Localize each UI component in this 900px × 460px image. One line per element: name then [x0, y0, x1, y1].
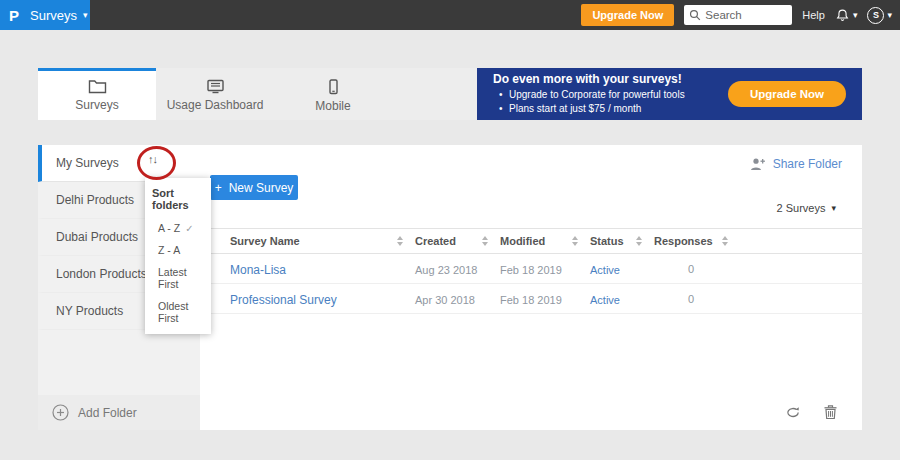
modified-date: Feb 18 2019	[500, 264, 562, 276]
sort-arrows-icon	[482, 236, 488, 246]
status-badge[interactable]: Active	[590, 264, 620, 276]
table-row: Mona-Lisa Aug 23 2018 Feb 18 2019 Active…	[200, 254, 862, 284]
tab-label: Usage Dashboard	[167, 98, 264, 112]
help-link[interactable]: Help	[802, 9, 825, 21]
chevron-down-icon: ▾	[83, 11, 88, 20]
tab-label: Mobile	[315, 99, 350, 113]
sort-option-label: Z - A	[158, 244, 180, 256]
status-badge[interactable]: Active	[590, 294, 620, 306]
tab-strip: Surveys Usage Dashboard Mobile	[38, 68, 477, 120]
promo-text: Do even more with your surveys! Upgrade …	[477, 72, 685, 117]
folder-label: NY Products	[56, 304, 123, 318]
promo-bullet: Plans start at just $75 / month	[493, 102, 685, 117]
search-box[interactable]	[684, 5, 792, 25]
folder-label: Dubai Products	[56, 230, 138, 244]
proprofs-logo-icon: P	[9, 7, 19, 24]
header-status[interactable]: Status	[590, 235, 654, 247]
sort-arrows-icon	[397, 236, 403, 246]
card-actions	[785, 404, 838, 420]
header-label: Modified	[500, 235, 545, 247]
tab-mobile[interactable]: Mobile	[274, 68, 392, 120]
plus-icon: +	[215, 181, 222, 195]
avatar: S	[867, 7, 884, 24]
check-icon: ✓	[185, 223, 193, 234]
promo-bullet-list: Upgrade to Corporate for powerful tools …	[493, 88, 685, 117]
chevron-down-icon: ▾	[831, 204, 836, 213]
table-row: Professional Survey Apr 30 2018 Feb 18 2…	[200, 284, 862, 314]
mobile-icon	[324, 79, 343, 95]
add-folder-label: Add Folder	[78, 406, 137, 420]
tab-usage-dashboard[interactable]: Usage Dashboard	[156, 68, 274, 120]
sort-menu-title: Sort folders	[145, 185, 211, 217]
created-date: Aug 23 2018	[415, 264, 477, 276]
trash-icon[interactable]	[823, 404, 838, 420]
tab-label: Surveys	[75, 98, 118, 112]
modified-date: Feb 18 2019	[500, 294, 562, 306]
sort-arrows-icon	[722, 236, 728, 246]
survey-count-dropdown[interactable]: 2 Surveys ▾	[777, 202, 836, 214]
folder-icon	[88, 79, 107, 94]
header-modified[interactable]: Modified	[500, 235, 590, 247]
promo-title: Do even more with your surveys!	[493, 72, 685, 86]
surveys-panel: My Surveys Delhi Products Dubai Products…	[38, 145, 862, 430]
header-label: Status	[590, 235, 624, 247]
search-icon	[689, 9, 701, 21]
folder-label: London Products	[56, 267, 147, 281]
surveys-page: P Surveys ▾ Upgrade Now Help ▾	[0, 0, 900, 460]
survey-name-link[interactable]: Mona-Lisa	[230, 263, 286, 277]
sidebar-item-my-surveys[interactable]: My Surveys	[38, 145, 200, 182]
search-input[interactable]	[705, 9, 785, 21]
bell-icon	[835, 8, 850, 23]
sort-folders-menu: Sort folders A - Z ✓ Z - A Latest First …	[145, 178, 211, 334]
dashboard-icon	[206, 79, 225, 94]
upgrade-now-button[interactable]: Upgrade Now	[581, 4, 674, 26]
share-folder-button[interactable]: Share Folder	[749, 157, 842, 171]
sort-option-oldest-first[interactable]: Oldest First	[145, 295, 211, 329]
header-responses[interactable]: Responses	[654, 235, 740, 247]
responses-count: 0	[654, 263, 740, 275]
sort-arrows-icon	[572, 236, 578, 246]
surveys-table: Survey Name Created Modified Status Resp…	[200, 228, 862, 314]
share-person-icon	[749, 157, 766, 171]
header-survey-name[interactable]: Survey Name	[230, 235, 415, 247]
tab-surveys[interactable]: Surveys	[38, 68, 156, 120]
chevron-down-icon: ▾	[887, 11, 892, 20]
app-switcher-label: Surveys	[30, 8, 77, 23]
banner-upgrade-button[interactable]: Upgrade Now	[728, 81, 846, 107]
sort-option-label: A - Z	[158, 222, 180, 234]
sort-option-label: Latest First	[158, 266, 205, 290]
promo-banner: Do even more with your surveys! Upgrade …	[477, 68, 862, 120]
promo-bullet: Upgrade to Corporate for powerful tools	[493, 88, 685, 103]
table-header-row: Survey Name Created Modified Status Resp…	[200, 228, 862, 254]
sort-option-z-a[interactable]: Z - A	[145, 239, 211, 261]
header-created[interactable]: Created	[415, 235, 500, 247]
brand-block: P Surveys ▾	[0, 0, 90, 30]
app-switcher-menu[interactable]: Surveys ▾	[30, 8, 88, 23]
plus-circle-icon	[52, 404, 69, 421]
created-date: Apr 30 2018	[415, 294, 475, 306]
new-survey-label: New Survey	[229, 181, 294, 195]
top-bar-right: Upgrade Now Help ▾ S ▾	[581, 4, 900, 26]
header-label: Responses	[654, 235, 713, 247]
sort-option-latest-first[interactable]: Latest First	[145, 261, 211, 295]
restore-icon[interactable]	[785, 406, 801, 419]
tab-band: Surveys Usage Dashboard Mobile	[38, 68, 862, 120]
folder-label: Delhi Products	[56, 193, 134, 207]
chevron-down-icon: ▾	[853, 11, 858, 20]
header-label: Survey Name	[230, 235, 300, 247]
add-folder-button[interactable]: Add Folder	[38, 395, 200, 430]
sort-arrows-icon	[636, 236, 642, 246]
folder-label: My Surveys	[56, 156, 119, 170]
header-label: Created	[415, 235, 456, 247]
survey-name-link[interactable]: Professional Survey	[230, 293, 337, 307]
account-menu[interactable]: S ▾	[867, 7, 892, 24]
top-bar: P Surveys ▾ Upgrade Now Help ▾	[0, 0, 900, 30]
survey-count-label: 2 Surveys	[777, 202, 826, 214]
notifications-menu[interactable]: ▾	[835, 8, 858, 23]
sort-option-a-z[interactable]: A - Z ✓	[145, 217, 211, 239]
sort-folders-icon[interactable]: ↑↓	[148, 153, 157, 165]
new-survey-button[interactable]: + New Survey	[210, 175, 298, 200]
responses-count: 0	[654, 293, 740, 305]
share-folder-label: Share Folder	[773, 157, 842, 171]
sort-option-label: Oldest First	[158, 300, 205, 324]
